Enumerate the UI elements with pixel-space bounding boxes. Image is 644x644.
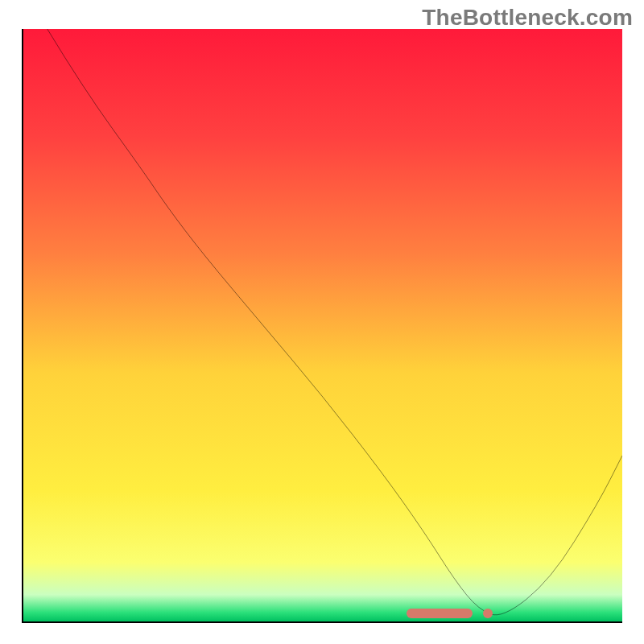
optimal-point-dot (483, 609, 493, 618)
background-gradient (23, 29, 622, 621)
plot-area (22, 29, 622, 623)
optimal-range-bar (407, 609, 473, 618)
watermark-text: TheBottleneck.com (422, 5, 633, 31)
svg-rect-0 (23, 29, 622, 621)
